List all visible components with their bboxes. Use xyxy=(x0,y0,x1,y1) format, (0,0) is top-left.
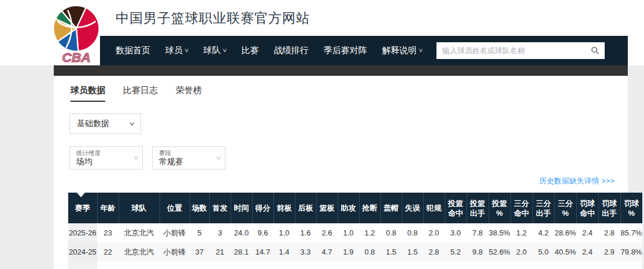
table-cell: 小前锋 xyxy=(160,223,190,242)
column-header[interactable]: 位置 xyxy=(160,193,190,223)
table-cell: 9.6 xyxy=(252,223,273,242)
table-cell: 2.0 xyxy=(423,223,445,242)
table-cell: 2.4 xyxy=(576,242,598,261)
table-cell: 5.0 xyxy=(532,242,554,261)
table-cell: 4.2 xyxy=(532,223,554,242)
tab-player-stats[interactable]: 球员数据 xyxy=(71,85,105,102)
column-header[interactable]: 投篮 % xyxy=(488,193,510,223)
column-header[interactable]: 场数 xyxy=(190,193,209,223)
column-header[interactable]: 投篮 命中 xyxy=(445,193,467,223)
sub-header-strip xyxy=(54,65,628,76)
table-row-partial xyxy=(68,261,642,269)
column-header[interactable]: 罚球 命中 xyxy=(576,193,598,223)
table-body: 2025-2623北京北汽小前锋5324.09.61.01.62.61.01.2… xyxy=(68,223,642,269)
table-cell xyxy=(295,261,316,269)
column-header[interactable]: 助攻 xyxy=(338,193,359,223)
table-cell: 3.0 xyxy=(445,223,467,242)
cba-logo[interactable]: CBA xyxy=(51,3,102,64)
column-header[interactable]: 年龄 xyxy=(97,193,119,223)
column-header[interactable]: 投篮 出手 xyxy=(467,193,488,223)
nav-item-games[interactable]: 比赛 xyxy=(242,45,259,56)
table-cell xyxy=(576,261,598,269)
column-header[interactable]: 罚球 % xyxy=(620,193,642,223)
table-cell: 北京北汽 xyxy=(119,223,160,242)
table-cell: 2.8 xyxy=(423,242,445,261)
nav-item-data-home[interactable]: 数据首页 xyxy=(116,45,150,56)
table-cell: 3.3 xyxy=(295,242,316,261)
table-cell: 9.8 xyxy=(467,242,488,261)
column-header[interactable]: 前板 xyxy=(273,193,295,223)
site-title: 中国男子篮球职业联赛官方网站 xyxy=(116,9,310,27)
table-cell xyxy=(380,261,402,269)
stats-table-wrap: 赛季年龄球队位置场数首发时间得分前板后板篮板助攻抢断盖帽失误犯规投篮 命中投篮 … xyxy=(68,193,628,269)
table-cell: 1.9 xyxy=(338,242,359,261)
data-type-select[interactable]: 基础数据 ˅ xyxy=(69,113,141,134)
filter-row: 统计维度 场均 ˅ 赛段 常规赛 ˅ xyxy=(69,146,628,169)
tab-honors[interactable]: 荣誉榜 xyxy=(176,85,202,102)
search-icon[interactable] xyxy=(591,46,599,55)
column-header[interactable]: 时间 xyxy=(231,193,252,223)
table-cell xyxy=(119,261,160,269)
stats-table: 赛季年龄球队位置场数首发时间得分前板后板篮板助攻抢断盖帽失误犯规投篮 命中投篮 … xyxy=(68,193,642,269)
table-cell xyxy=(620,261,642,269)
column-header[interactable]: 得分 xyxy=(252,193,273,223)
stat-dimension-value: 场均 xyxy=(76,157,129,167)
table-cell: 1.4 xyxy=(273,242,295,261)
nav-item-playoffs[interactable]: 季后赛对阵 xyxy=(324,45,367,56)
table-cell xyxy=(554,261,576,269)
stage-label: 赛段 xyxy=(159,149,212,157)
missing-history-link[interactable]: 历史数据缺失详情 >>> xyxy=(539,176,615,185)
column-header[interactable]: 犯规 xyxy=(423,193,445,223)
column-header[interactable]: 首发 xyxy=(209,193,231,223)
column-header[interactable]: 后板 xyxy=(295,193,316,223)
chevron-down-icon: ˅ xyxy=(133,154,138,161)
stage-select[interactable]: 赛段 常规赛 ˅ xyxy=(152,146,225,169)
table-cell: 22 xyxy=(97,242,119,261)
nav-item-teams[interactable]: 球队˅ xyxy=(203,45,227,56)
column-header[interactable]: 球队 xyxy=(119,193,160,223)
chevron-down-icon: ˅ xyxy=(184,47,189,54)
table-cell: 24.0 xyxy=(231,223,252,242)
table-cell: 5 xyxy=(190,223,209,242)
table-cell: 2.6 xyxy=(316,223,338,242)
chevron-down-icon: ˅ xyxy=(216,154,221,161)
section-tabs: 球员数据 比赛日志 荣誉榜 xyxy=(71,85,628,102)
table-cell: 79.8% xyxy=(620,242,642,261)
table-cell xyxy=(423,261,445,269)
column-header[interactable]: 失误 xyxy=(402,193,423,223)
table-cell xyxy=(445,261,467,269)
column-header[interactable]: 抢断 xyxy=(359,193,380,223)
history-link-row: 历史数据缺失详情 >>> xyxy=(54,175,628,185)
column-header[interactable]: 三分 命中 xyxy=(510,193,532,223)
column-header[interactable]: 罚球 出手 xyxy=(598,193,620,223)
chevron-down-icon: ˅ xyxy=(419,47,423,54)
table-cell: 28.1 xyxy=(231,242,252,261)
table-cell: 2.9 xyxy=(598,242,620,261)
table-cell xyxy=(273,261,295,269)
table-row: 2025-2623北京北汽小前锋5324.09.61.01.62.61.01.2… xyxy=(68,223,642,242)
table-cell: 北京北汽 xyxy=(119,242,160,261)
column-header[interactable]: 三分 出手 xyxy=(532,193,554,223)
table-cell: 1.0 xyxy=(273,223,295,242)
search-input[interactable] xyxy=(436,42,605,59)
tab-game-log[interactable]: 比赛日志 xyxy=(123,85,158,102)
table-cell xyxy=(598,261,620,269)
nav-item-players[interactable]: 球员˅ xyxy=(165,45,188,56)
table-row: 2024-2522北京北汽小前锋372128.114.71.43.34.71.9… xyxy=(68,242,642,261)
table-cell xyxy=(160,261,190,269)
column-header[interactable]: 篮板 xyxy=(316,193,338,223)
table-cell xyxy=(316,261,338,269)
column-header[interactable]: 盖帽 xyxy=(380,193,402,223)
table-cell xyxy=(510,261,532,269)
table-cell: 2024-25 xyxy=(68,242,97,261)
table-cell: 0.8 xyxy=(380,223,402,242)
table-cell xyxy=(190,261,209,269)
data-type-value: 基础数据 xyxy=(77,119,109,129)
stat-dimension-select[interactable]: 统计维度 场均 ˅ xyxy=(69,146,143,169)
nav-item-glossary[interactable]: 解释说明˅ xyxy=(382,45,423,56)
table-cell: 1.2 xyxy=(510,223,532,242)
column-header[interactable]: 三分 % xyxy=(554,193,576,223)
nav-item-standings[interactable]: 战绩排行 xyxy=(274,45,309,56)
table-cell: 3 xyxy=(209,223,231,242)
table-cell: 23 xyxy=(97,223,119,242)
